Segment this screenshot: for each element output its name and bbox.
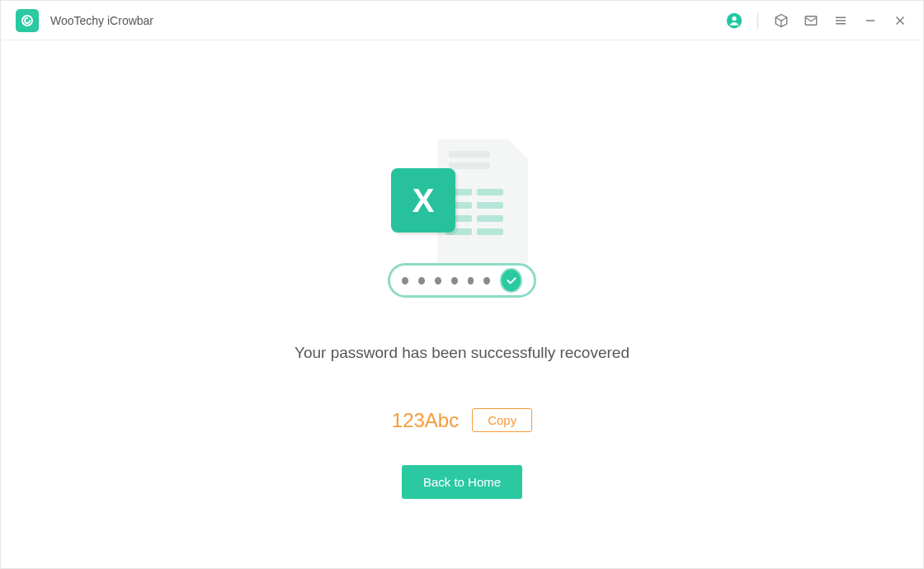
cube-icon[interactable] <box>773 12 790 29</box>
close-icon[interactable] <box>892 12 908 29</box>
menu-icon[interactable] <box>832 12 849 29</box>
titlebar-controls <box>726 12 908 29</box>
app-window: WooTechy iCrowbar <box>0 0 924 569</box>
app-title: WooTechy iCrowbar <box>50 14 153 27</box>
success-illustration: X <box>380 131 544 321</box>
password-row: 123Abc Copy <box>392 408 532 432</box>
minimize-icon[interactable] <box>862 12 879 29</box>
svg-point-2 <box>732 16 736 20</box>
recovered-password: 123Abc <box>392 409 459 432</box>
divider <box>757 12 758 29</box>
titlebar: WooTechy iCrowbar <box>1 1 923 40</box>
excel-badge-icon: X <box>391 168 455 233</box>
check-circle-icon <box>500 268 522 293</box>
account-icon[interactable] <box>726 12 742 29</box>
svg-point-0 <box>22 16 32 26</box>
mail-icon[interactable] <box>803 12 819 29</box>
success-message: Your password has been successfully reco… <box>295 344 629 362</box>
back-to-home-button[interactable]: Back to Home <box>402 465 522 499</box>
app-logo <box>16 9 39 32</box>
copy-button[interactable]: Copy <box>472 408 532 432</box>
main-content: X Your password has been successfully re… <box>1 40 923 568</box>
logo-icon <box>20 13 35 28</box>
password-pill-illustration <box>388 263 536 298</box>
